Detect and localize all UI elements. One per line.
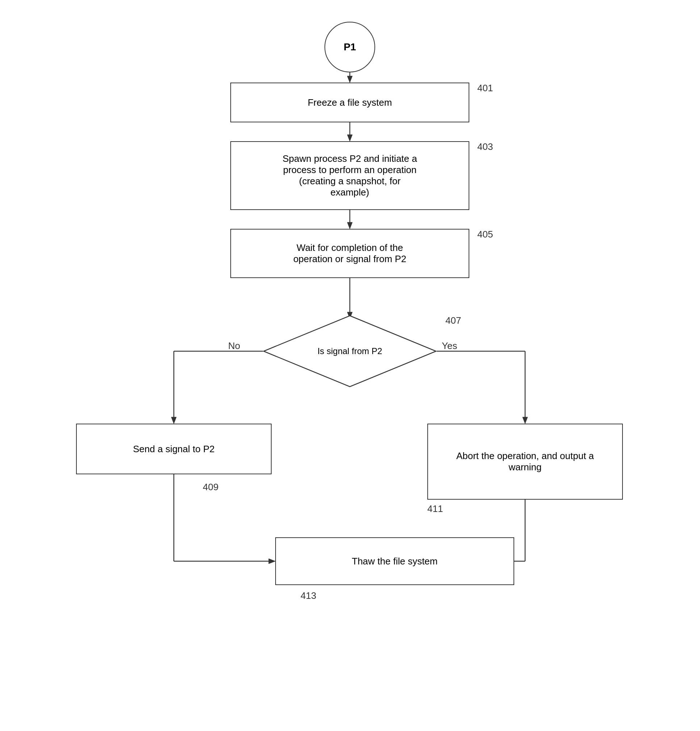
svg-marker-10 bbox=[171, 417, 176, 424]
node-401-label: Freeze a file system bbox=[308, 97, 392, 108]
yes-label: Yes bbox=[442, 341, 457, 352]
start-node: P1 bbox=[324, 22, 375, 72]
node-409: Send a signal to P2 bbox=[76, 424, 271, 474]
node-401: Freeze a file system bbox=[230, 82, 469, 122]
no-label: No bbox=[228, 341, 240, 352]
node-411: Abort the operation, and output a warnin… bbox=[427, 424, 623, 500]
svg-marker-13 bbox=[522, 417, 528, 424]
node-409-label: Send a signal to P2 bbox=[133, 443, 215, 455]
svg-marker-5 bbox=[347, 222, 352, 229]
ref-405: 405 bbox=[477, 229, 493, 240]
ref-407: 407 bbox=[445, 315, 461, 326]
node-411-label: Abort the operation, and output a warnin… bbox=[456, 451, 594, 473]
svg-marker-17 bbox=[269, 559, 275, 564]
ref-413: 413 bbox=[301, 590, 316, 601]
ref-403: 403 bbox=[477, 141, 493, 153]
flowchart-diagram: P1 Freeze a file system 401 Spawn proces… bbox=[0, 0, 700, 731]
node-407: Is signal from P2 bbox=[263, 315, 437, 388]
node-407-label: Is signal from P2 bbox=[292, 346, 408, 356]
node-413-label: Thaw the file system bbox=[352, 556, 438, 567]
node-413: Thaw the file system bbox=[275, 537, 514, 585]
svg-marker-3 bbox=[347, 135, 352, 141]
node-405: Wait for completion of the operation or … bbox=[230, 229, 469, 278]
node-405-label: Wait for completion of the operation or … bbox=[294, 242, 406, 265]
ref-401: 401 bbox=[477, 82, 493, 94]
ref-409: 409 bbox=[203, 481, 219, 493]
start-label: P1 bbox=[344, 41, 356, 53]
ref-411: 411 bbox=[427, 503, 443, 514]
node-403: Spawn process P2 and initiate a process … bbox=[230, 141, 469, 210]
svg-marker-1 bbox=[347, 76, 352, 82]
node-403-label: Spawn process P2 and initiate a process … bbox=[282, 153, 417, 198]
